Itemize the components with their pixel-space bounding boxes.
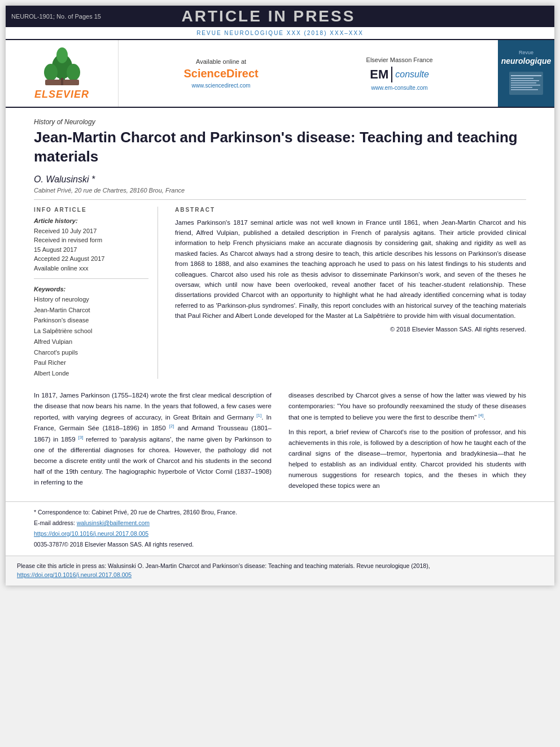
journal-strip: REVUE NEUROLOGIQUE XXX (2018) XXX–XXX [6, 27, 554, 40]
body-para-right-1: diseases described by Charcot gives a se… [288, 390, 526, 423]
top-bar: NEUROL-1901; No. of Pages 15 ARTICLE IN … [6, 6, 554, 27]
svg-rect-9 [511, 78, 533, 79]
available-text: Available online at [196, 58, 246, 65]
sciencedirect-block: Available online at ScienceDirect www.sc… [183, 58, 258, 89]
copyright-line: © 2018 Elsevier Masson SAS. All rights r… [175, 325, 526, 335]
body-section: In 1817, James Parkinson (1755–1824) wro… [6, 379, 554, 502]
em-consulte-block: Elsevier Masson France EM consulte www.e… [366, 56, 433, 91]
journal-id: NEUROL-1901; No. of Pages 15 [11, 13, 101, 20]
journal-title-line: REVUE NEUROLOGIQUE XXX (2018) XXX–XXX [6, 28, 554, 38]
svg-rect-13 [511, 87, 532, 88]
author-line: O. Walusinski * [34, 174, 526, 185]
accepted-date: Accepted 22 August 2017 [34, 254, 148, 264]
sciencedirect-url[interactable]: www.sciencedirect.com [192, 82, 251, 89]
elsevier-tree-icon [28, 47, 96, 86]
keyword-4: La Salpêtrière school [34, 326, 148, 337]
sciencedirect-brand: ScienceDirect [183, 67, 258, 80]
citation-doi-link[interactable]: https://doi.org/10.1016/j.neurol.2017.08… [17, 571, 132, 578]
body-two-col: In 1817, James Parkinson (1755–1824) wro… [34, 390, 526, 496]
keyword-7: Paul Richer [34, 357, 148, 368]
citation-text: Please cite this article in press as: Wa… [17, 562, 430, 569]
header-divider [34, 199, 526, 200]
email-link[interactable]: walusinski@baillement.com [77, 519, 150, 526]
keyword-8: Albert Londe [34, 368, 148, 379]
affiliation: Cabinet Privé, 20 rue de Chartres, 28160… [34, 187, 526, 194]
email-note: E-mail address: walusinski@baillement.co… [34, 518, 526, 528]
keyword-6: Charcot's pupils [34, 347, 148, 358]
keyword-5: Alfred Vulpian [34, 337, 148, 347]
svg-rect-8 [511, 75, 541, 76]
doi-note: https://doi.org/10.1016/j.neurol.2017.08… [34, 529, 526, 539]
em-consulte-brand: EM consulte [370, 67, 429, 82]
citation-bar: Please cite this article in press as: Wa… [6, 556, 554, 586]
logo-area: ELSEVIER Available online at ScienceDire… [6, 40, 554, 108]
em-bar-divider [391, 67, 392, 82]
svg-rect-12 [511, 85, 540, 86]
abstract-heading: ABSTRACT [175, 207, 526, 213]
elsevier-logo-block: ELSEVIER [6, 40, 119, 107]
svg-rect-10 [511, 80, 539, 81]
info-divider [34, 278, 148, 279]
body-col-left: In 1817, James Parkinson (1755–1824) wro… [34, 390, 272, 496]
body-para-left: In 1817, James Parkinson (1755–1824) wro… [34, 390, 272, 488]
middle-logos: Available online at ScienceDirect www.sc… [119, 40, 498, 107]
article-history-label: Article history: [34, 217, 148, 224]
page-container: NEUROL-1901; No. of Pages 15 ARTICLE IN … [6, 6, 554, 586]
doi-link[interactable]: https://doi.org/10.1016/j.neurol.2017.08… [34, 530, 148, 537]
consulte-text: consulte [395, 69, 429, 80]
svg-point-4 [56, 47, 68, 63]
keyword-2: Jean-Martin Charcot [34, 305, 148, 316]
info-abstract-section: INFO ARTICLE Article history: Received 1… [34, 207, 526, 379]
em-text: EM [370, 67, 388, 82]
svg-rect-14 [511, 89, 538, 90]
abstract-text: James Parkinson's 1817 seminal article w… [175, 217, 526, 335]
correspondence-note: * Correspondence to: Cabinet Privé, 20 r… [34, 508, 526, 517]
body-para-right-2: In this report, a brief review of Charco… [288, 427, 526, 491]
revised-label: Received in revised form [34, 235, 148, 245]
available-online: Available online xxx [34, 264, 148, 273]
issn-note: 0035-3787/© 2018 Elsevier Masson SAS. Al… [34, 540, 526, 549]
main-content: History of Neurology Jean-Martin Charcot… [6, 108, 554, 379]
em-consulte-url[interactable]: www.em-consulte.com [371, 85, 428, 91]
elsevier-masson-text: Elsevier Masson France [366, 56, 433, 63]
elsevier-text: ELSEVIER [34, 89, 89, 101]
revue-logo-line1: Revue [519, 49, 533, 56]
abstract-column: ABSTRACT James Parkinson's 1817 seminal … [175, 207, 526, 379]
keyword-3: Parkinson's disease [34, 315, 148, 326]
svg-point-2 [44, 64, 58, 81]
revue-thumbnail-icon [506, 71, 546, 96]
svg-rect-6 [61, 78, 63, 85]
received-date: Received 10 July 2017 [34, 226, 148, 236]
keyword-1: History of neurology [34, 294, 148, 305]
svg-point-3 [67, 64, 80, 81]
keywords-list: History of neurology Jean-Martin Charcot… [34, 294, 148, 379]
article-title: Jean-Martin Charcot and Parkinson's dise… [34, 128, 526, 167]
body-col-right: diseases described by Charcot gives a se… [288, 390, 526, 496]
info-article-heading: INFO ARTICLE [34, 207, 148, 213]
info-article-column: INFO ARTICLE Article history: Received 1… [34, 207, 158, 379]
svg-rect-11 [511, 82, 536, 84]
author-name: O. Walusinski * [34, 174, 95, 184]
keywords-label: Keywords: [34, 286, 148, 292]
revue-small-text: Revue [519, 50, 533, 55]
article-in-press-label: ARTICLE IN PRESS [101, 7, 436, 25]
revised-date: 15 August 2017 [34, 245, 148, 255]
revue-logo-block: Revue neurologique [498, 40, 554, 107]
revue-logo-title: neurologique [501, 56, 552, 66]
footnote-area: * Correspondence to: Cabinet Privé, 20 r… [6, 501, 554, 556]
section-label: History of Neurology [34, 118, 526, 126]
